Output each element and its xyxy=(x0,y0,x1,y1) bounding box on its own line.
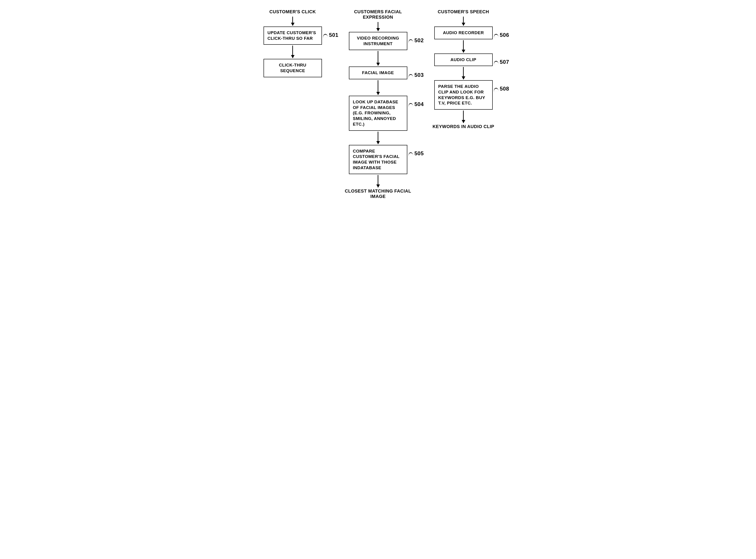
box-text: UPDATE CUSTOMER'S CLICK-THRU SO FAR xyxy=(268,30,316,41)
input-label: CUSTOMER'S CLICK xyxy=(269,9,316,14)
column-click: CUSTOMER'S CLICK UPDATE CUSTOMER'S CLICK… xyxy=(259,9,327,77)
box-text: CLICK-THRU SEQUENCE xyxy=(279,63,306,73)
ref-label: 505 xyxy=(408,150,424,157)
box-audio-clip: AUDIO CLIP 507 xyxy=(434,53,493,66)
arrow-icon xyxy=(463,111,464,123)
ref-label: 503 xyxy=(408,71,424,79)
arrow-icon xyxy=(463,67,464,79)
box-lookup-database: LOOK UP DATABASE OF FACIAL IMAGES (E.G. … xyxy=(349,96,407,131)
output-label: CLOSEST MATCHING FACIAL IMAGE xyxy=(344,188,412,199)
box-text: AUDIO CLIP xyxy=(450,57,476,62)
arrow-icon xyxy=(463,40,464,52)
output-label: KEYWORDS IN AUDIO CLIP xyxy=(432,124,494,129)
box-clickthru-sequence: CLICK-THRU SEQUENCE xyxy=(264,59,322,77)
box-parse-audio: PARSE THE AUDIO CLIP AND LOOK FOR KEYWOR… xyxy=(434,80,493,110)
arrow-icon xyxy=(378,132,378,144)
box-text: AUDIO RECORDER xyxy=(443,30,484,35)
arrow-icon xyxy=(292,17,293,26)
column-speech: CUSTOMER'S SPEECH AUDIO RECORDER 506 AUD… xyxy=(430,9,497,131)
ref-label: 507 xyxy=(494,59,509,65)
ref-label: 501 xyxy=(323,31,338,39)
arrow-icon xyxy=(292,46,293,58)
box-text: FACIAL IMAGE xyxy=(362,70,394,75)
box-text: PARSE THE AUDIO CLIP AND LOOK FOR KEYWOR… xyxy=(438,84,485,105)
arrow-icon xyxy=(378,80,378,95)
box-facial-image: FACIAL IMAGE 503 xyxy=(349,67,407,79)
arrow-icon xyxy=(378,22,378,31)
arrow-icon xyxy=(378,175,378,187)
box-audio-recorder: AUDIO RECORDER 506 xyxy=(434,26,493,39)
box-text: COMPARE CUSTOMER'S FACIAL IMAGE WITH THO… xyxy=(353,149,400,170)
ref-label: 506 xyxy=(494,31,509,39)
box-update-clickthru: UPDATE CUSTOMER'S CLICK-THRU SO FAR 501 xyxy=(264,26,322,45)
box-compare-image: COMPARE CUSTOMER'S FACIAL IMAGE WITH THO… xyxy=(349,145,407,174)
arrow-icon xyxy=(463,17,464,26)
box-text: LOOK UP DATABASE OF FACIAL IMAGES (E.G. … xyxy=(353,99,398,127)
input-label: CUSTOMERS FACIAL EXPRESSION xyxy=(344,9,412,20)
box-video-recording: VIDEO RECORDING INSTRUMENT 502 xyxy=(349,32,407,50)
input-label: CUSTOMER'S SPEECH xyxy=(438,9,489,14)
ref-label: 504 xyxy=(408,100,424,108)
column-facial: CUSTOMERS FACIAL EXPRESSION VIDEO RECORD… xyxy=(344,9,412,200)
flowchart-diagram: CUSTOMER'S CLICK UPDATE CUSTOMER'S CLICK… xyxy=(9,9,747,200)
arrow-icon xyxy=(378,51,378,66)
ref-label: 508 xyxy=(494,85,509,92)
ref-label: 502 xyxy=(408,37,424,44)
box-text: VIDEO RECORDING INSTRUMENT xyxy=(357,36,399,46)
